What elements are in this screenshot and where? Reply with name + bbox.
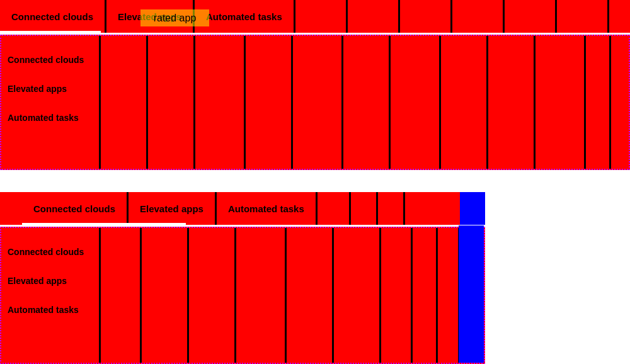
content-panel-win: Connected clouds Elevated apps Automated…: [0, 227, 485, 364]
tab-divider-5: [398, 0, 400, 33]
rated-app-text: rated app: [154, 13, 197, 24]
vdiv-6: [341, 36, 343, 169]
label-win-elevated-apps: Elevated apps: [8, 276, 84, 286]
win-vdiv-7: [379, 228, 381, 363]
tab-win-divider-3: [316, 192, 318, 225]
top-section: Connected clouds Elevated apps Automated…: [0, 0, 630, 170]
vdiv-8: [439, 36, 441, 169]
label-connected-clouds-full: Connected clouds: [8, 55, 84, 65]
content-panel-full: Connected clouds Elevated apps Automated…: [0, 35, 630, 170]
tab-win-automated-tasks[interactable]: Automated tasks: [217, 203, 316, 214]
vdiv-3: [193, 36, 195, 169]
tab-win-divider-4: [349, 192, 351, 225]
tab-divider-3: [294, 0, 295, 33]
vdiv-10: [534, 36, 536, 169]
tab-win-connected-clouds[interactable]: Connected clouds: [22, 203, 127, 214]
tab-win-active-underline: [22, 223, 186, 225]
vdiv-7: [389, 36, 391, 169]
vdiv-1: [99, 36, 101, 169]
blue-end-content: [459, 225, 484, 363]
label-elevated-apps-full: Elevated apps: [8, 84, 84, 94]
left-labels-win: Connected clouds Elevated apps Automated…: [8, 247, 84, 315]
bottom-section: Connected clouds Elevated apps Automated…: [0, 192, 485, 364]
win-vdiv-6: [332, 228, 334, 363]
label-win-connected-clouds: Connected clouds: [8, 247, 84, 257]
tab-divider-4: [346, 0, 348, 33]
win-vdiv-5: [285, 228, 287, 363]
tab-divider-9: [607, 0, 609, 33]
rated-app-highlight: rated app: [140, 9, 209, 26]
tab-bar-win: Connected clouds Elevated apps Automated…: [0, 192, 485, 225]
tab-connected-clouds[interactable]: Connected clouds: [0, 11, 105, 22]
vdiv-9: [486, 36, 488, 169]
tab-divider-8: [555, 0, 557, 33]
label-win-automated-tasks: Automated tasks: [8, 305, 84, 315]
label-automated-tasks-full: Automated tasks: [8, 113, 84, 123]
win-vdiv-1: [99, 228, 101, 363]
tab-win-divider-6: [403, 192, 405, 225]
vdiv-4: [244, 36, 246, 169]
tab-active-underline: [0, 31, 101, 33]
tab-win-elevated-apps[interactable]: Elevated apps: [129, 203, 215, 214]
win-vdiv-4: [234, 228, 236, 363]
vdiv-12: [609, 36, 611, 169]
win-vdiv-9: [436, 228, 438, 363]
red-left-block: [0, 192, 22, 225]
win-vdiv-3: [187, 228, 189, 363]
blue-end-tab: [460, 192, 485, 225]
tab-bar-full: Connected clouds Elevated apps Automated…: [0, 0, 630, 33]
tab-divider-7: [503, 0, 505, 33]
tab-win-divider-5: [376, 192, 378, 225]
left-labels-full: Connected clouds Elevated apps Automated…: [8, 55, 84, 123]
vdiv-2: [146, 36, 148, 169]
win-vdiv-8: [411, 228, 413, 363]
tab-automated-tasks[interactable]: Automated tasks: [195, 11, 294, 22]
vdiv-5: [291, 36, 293, 169]
win-vdiv-2: [140, 228, 142, 363]
tab-divider-6: [450, 0, 452, 33]
vdiv-11: [584, 36, 586, 169]
